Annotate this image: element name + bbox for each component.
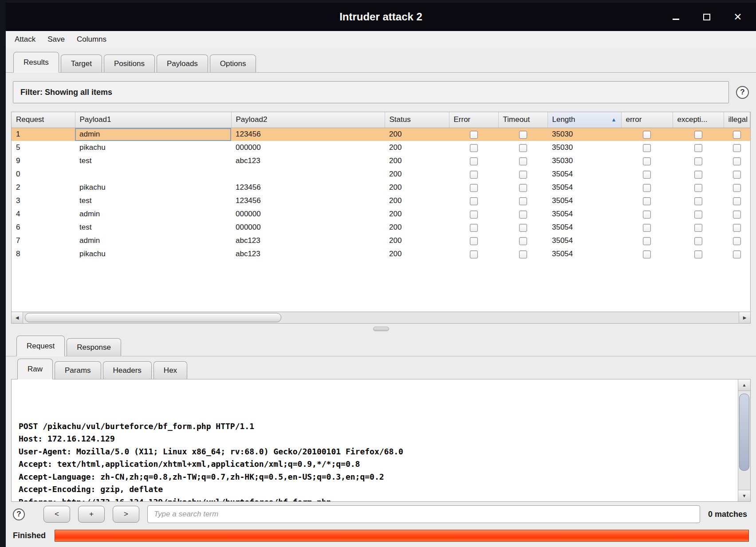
close-button[interactable]: ✕ — [731, 10, 744, 23]
table-row[interactable]: 5 pikachu 000000 200 35030 — [12, 141, 750, 154]
exception-checkbox[interactable] — [694, 250, 702, 258]
minimize-button[interactable] — [669, 10, 682, 23]
timeout-checkbox[interactable] — [519, 171, 527, 179]
tab-params[interactable]: Params — [55, 361, 101, 379]
vscroll-thumb[interactable] — [739, 394, 749, 471]
tab-positions[interactable]: Positions — [104, 55, 155, 72]
exception-checkbox[interactable] — [694, 131, 702, 139]
column-header-illegal[interactable]: illegal — [724, 112, 750, 128]
tab-results[interactable]: Results — [13, 52, 59, 73]
error-flag-checkbox[interactable] — [643, 224, 651, 232]
exception-checkbox[interactable] — [694, 224, 702, 232]
tab-raw[interactable]: Raw — [17, 359, 53, 379]
error-checkbox[interactable] — [470, 171, 478, 179]
table-row[interactable]: 9 test abc123 200 35030 — [12, 154, 750, 168]
column-header-error-flag[interactable]: error — [621, 112, 673, 128]
illegal-checkbox[interactable] — [733, 131, 741, 139]
search-next-button[interactable]: > — [113, 506, 139, 523]
search-add-button[interactable]: + — [78, 506, 105, 523]
exception-checkbox[interactable] — [694, 184, 702, 192]
horizontal-scrollbar[interactable]: ◀ ▶ — [11, 312, 751, 324]
exception-checkbox[interactable] — [694, 211, 702, 219]
scroll-down-button[interactable]: ▼ — [738, 490, 750, 501]
vscroll-track[interactable] — [738, 391, 750, 490]
column-header-timeout[interactable]: Timeout — [498, 112, 547, 128]
tab-target[interactable]: Target — [61, 55, 102, 72]
column-header-exception[interactable]: excepti... — [673, 112, 724, 128]
error-checkbox[interactable] — [470, 197, 478, 205]
table-row[interactable]: 7 admin abc123 200 35054 — [12, 234, 750, 247]
error-checkbox[interactable] — [470, 237, 478, 245]
tab-options[interactable]: Options — [210, 55, 256, 72]
menu-item-save[interactable]: Save — [47, 35, 65, 44]
timeout-checkbox[interactable] — [519, 144, 527, 152]
illegal-checkbox[interactable] — [733, 144, 741, 152]
illegal-checkbox[interactable] — [733, 250, 741, 258]
scroll-right-button[interactable]: ▶ — [739, 312, 750, 323]
table-row[interactable]: 3 test 123456 200 35054 — [12, 194, 750, 207]
error-flag-checkbox[interactable] — [643, 131, 651, 139]
error-flag-checkbox[interactable] — [643, 237, 651, 245]
column-header-length[interactable]: Length ▲ — [547, 112, 621, 128]
filter-help-icon[interactable]: ? — [736, 86, 749, 99]
error-checkbox[interactable] — [470, 131, 478, 139]
tab-hex[interactable]: Hex — [154, 361, 187, 379]
column-header-request[interactable]: Request — [12, 112, 75, 128]
tab-headers[interactable]: Headers — [103, 361, 152, 379]
hscroll-thumb[interactable] — [25, 313, 281, 322]
table-row[interactable]: 0 200 35054 — [12, 168, 750, 181]
illegal-checkbox[interactable] — [733, 197, 741, 205]
table-row[interactable]: 2 pikachu 123456 200 35054 — [12, 181, 750, 194]
error-checkbox[interactable] — [470, 224, 478, 232]
error-flag-checkbox[interactable] — [643, 184, 651, 192]
column-header-error[interactable]: Error — [449, 112, 498, 128]
exception-checkbox[interactable] — [694, 237, 702, 245]
exception-checkbox[interactable] — [694, 157, 702, 165]
error-flag-checkbox[interactable] — [643, 250, 651, 258]
illegal-checkbox[interactable] — [733, 157, 741, 165]
error-checkbox[interactable] — [470, 250, 478, 258]
error-flag-checkbox[interactable] — [643, 211, 651, 219]
column-header-payload2[interactable]: Payload2 — [231, 112, 385, 128]
hscroll-track[interactable] — [23, 312, 739, 323]
timeout-checkbox[interactable] — [519, 237, 527, 245]
error-checkbox[interactable] — [470, 144, 478, 152]
scroll-left-button[interactable]: ◀ — [12, 312, 23, 323]
error-checkbox[interactable] — [470, 157, 478, 165]
error-flag-checkbox[interactable] — [643, 171, 651, 179]
table-row[interactable]: 6 test 000000 200 35054 — [12, 221, 750, 234]
error-checkbox[interactable] — [470, 211, 478, 219]
menu-item-columns[interactable]: Columns — [77, 35, 106, 44]
exception-checkbox[interactable] — [694, 171, 702, 179]
illegal-checkbox[interactable] — [733, 237, 741, 245]
error-flag-checkbox[interactable] — [643, 157, 651, 165]
timeout-checkbox[interactable] — [519, 224, 527, 232]
illegal-checkbox[interactable] — [733, 171, 741, 179]
raw-request-text[interactable]: POST /pikachu/vul/burteforce/bf_form.php… — [19, 382, 732, 501]
illegal-checkbox[interactable] — [733, 224, 741, 232]
timeout-checkbox[interactable] — [519, 131, 527, 139]
exception-checkbox[interactable] — [694, 144, 702, 152]
tab-response[interactable]: Response — [67, 338, 121, 356]
exception-checkbox[interactable] — [694, 197, 702, 205]
menu-item-attack[interactable]: Attack — [15, 35, 35, 44]
timeout-checkbox[interactable] — [519, 250, 527, 258]
search-help-icon[interactable]: ? — [13, 508, 25, 520]
scroll-up-button[interactable]: ▲ — [738, 379, 750, 391]
error-flag-checkbox[interactable] — [643, 144, 651, 152]
error-checkbox[interactable] — [470, 184, 478, 192]
filter-bar[interactable]: Filter: Showing all items — [13, 81, 729, 103]
timeout-checkbox[interactable] — [519, 184, 527, 192]
timeout-checkbox[interactable] — [519, 157, 527, 165]
error-flag-checkbox[interactable] — [643, 197, 651, 205]
column-header-status[interactable]: Status — [385, 112, 449, 128]
tab-request[interactable]: Request — [16, 336, 65, 356]
timeout-checkbox[interactable] — [519, 197, 527, 205]
search-input[interactable] — [147, 505, 700, 523]
search-prev-button[interactable]: < — [43, 506, 70, 523]
maximize-button[interactable] — [700, 10, 713, 23]
illegal-checkbox[interactable] — [733, 211, 741, 219]
illegal-checkbox[interactable] — [733, 184, 741, 192]
column-header-payload1[interactable]: Payload1 — [75, 112, 231, 128]
timeout-checkbox[interactable] — [519, 211, 527, 219]
